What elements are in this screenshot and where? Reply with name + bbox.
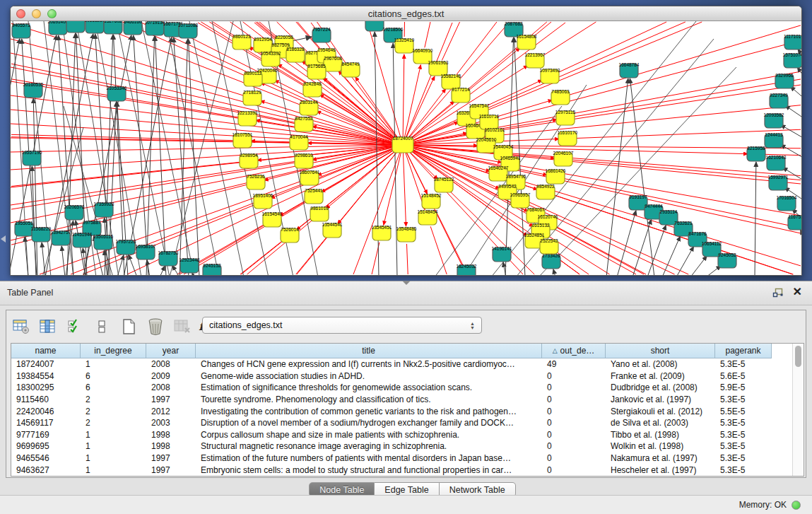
select-columns-icon[interactable]	[66, 317, 84, 336]
cell-in_degree[interactable]: 1	[81, 465, 146, 475]
node-table[interactable]: namein_degreeyeartitle△out_de…shortpager…	[11, 343, 804, 477]
network-window-titlebar[interactable]: citations_edges.txt	[11, 6, 801, 21]
cell-out_de[interactable]: 0	[542, 418, 606, 428]
column-header-out_de[interactable]: △out_de…	[542, 344, 606, 358]
cell-out_de[interactable]: 0	[542, 382, 606, 392]
table-row[interactable]: 1872400712008Changes of HCN gene express…	[11, 358, 804, 370]
cell-title[interactable]: Changes of HCN gene expression and I(f) …	[196, 359, 542, 369]
table-row[interactable]: 969969511998Structural magnetic resonanc…	[11, 440, 804, 452]
cell-short[interactable]: Dudbridge et al. (2008)	[606, 382, 715, 392]
cell-short[interactable]: Wolkin et al. (1998)	[606, 441, 715, 451]
cell-out_de[interactable]: 0	[542, 407, 606, 416]
table-row[interactable]: 946554611997Estimation of the future num…	[11, 452, 804, 465]
cell-out_de[interactable]: 0	[542, 371, 606, 381]
table-source-dropdown[interactable]: citations_edges.txt ▲▼	[202, 317, 482, 334]
cell-title[interactable]: Tourette syndrome. Phenomenology and cla…	[196, 395, 542, 404]
cell-pagerank[interactable]: 5.3E-5	[715, 359, 772, 369]
new-document-icon[interactable]	[119, 317, 138, 336]
cell-pagerank[interactable]: 5.3E-5	[715, 430, 772, 440]
table-row[interactable]: 1830029562008Estimation of significance …	[11, 382, 804, 394]
cell-year[interactable]: 2003	[146, 418, 196, 428]
cell-short[interactable]: Stergiakouli et al. (2012)	[606, 407, 715, 416]
cell-name[interactable]: 14569117	[11, 418, 81, 428]
cell-year[interactable]: 2008	[146, 382, 196, 392]
cell-in_degree[interactable]: 6	[81, 371, 146, 381]
cell-short[interactable]: Nakamura et al. (1997)	[606, 453, 715, 463]
column-header-title[interactable]: title	[196, 344, 542, 358]
cell-year[interactable]: 1997	[146, 453, 196, 463]
float-panel-icon[interactable]	[772, 287, 784, 298]
table-header-row[interactable]: namein_degreeyeartitle△out_de…shortpager…	[11, 344, 804, 358]
cell-name[interactable]: 9463627	[11, 465, 81, 475]
cell-name[interactable]: 18724007	[11, 359, 81, 369]
cell-in_degree[interactable]: 1	[81, 453, 146, 463]
cell-in_degree[interactable]: 1	[81, 359, 146, 369]
cell-title[interactable]: Genome-wide association studies in ADHD.	[196, 371, 542, 381]
cell-name[interactable]: 9465546	[11, 453, 81, 463]
citation-network-graph[interactable]: 9405573206914061869327410653287152760264…	[11, 21, 801, 275]
cell-in_degree[interactable]: 2	[81, 407, 146, 416]
cell-year[interactable]: 2012	[146, 407, 196, 416]
cell-pagerank[interactable]: 5.9E-5	[715, 382, 772, 392]
sort-ascending-icon[interactable]: △	[553, 347, 558, 354]
zoom-window-button[interactable]	[47, 9, 57, 18]
delete-table-icon[interactable]	[173, 317, 192, 336]
cell-short[interactable]: Tibbo et al. (1998)	[606, 430, 715, 440]
collapse-panel-arrow-icon[interactable]	[1, 235, 6, 243]
cell-year[interactable]: 2008	[146, 359, 196, 369]
cell-short[interactable]: Yano et al. (2008)	[606, 359, 715, 369]
cell-in_degree[interactable]: 2	[81, 418, 146, 428]
cell-in_degree[interactable]: 2	[81, 395, 146, 404]
minimize-window-button[interactable]	[32, 9, 41, 18]
cell-year[interactable]: 1998	[146, 441, 196, 451]
table-row[interactable]: 946362711997Embryonic stem cells: a mode…	[11, 464, 804, 476]
cell-in_degree[interactable]: 1	[81, 441, 146, 451]
cell-name[interactable]: 9699695	[11, 441, 81, 451]
cell-title[interactable]: Estimation of significance thresholds fo…	[196, 382, 542, 392]
cell-year[interactable]: 1997	[146, 465, 196, 475]
cell-title[interactable]: Estimation of the future numbers of pati…	[196, 453, 542, 463]
cell-in_degree[interactable]: 6	[81, 382, 146, 392]
table-row[interactable]: 1456911722003Disruption of a novel membe…	[11, 417, 804, 429]
cell-name[interactable]: 19384554	[11, 371, 81, 381]
table-row[interactable]: 2242004622012Investigating the contribut…	[11, 405, 804, 417]
cell-pagerank[interactable]: 5.3E-5	[715, 395, 772, 404]
cell-title[interactable]: Investigating the contribution of common…	[196, 407, 542, 416]
cell-pagerank[interactable]: 5.3E-5	[715, 465, 772, 475]
cell-in_degree[interactable]: 1	[81, 430, 146, 440]
close-panel-icon[interactable]: ✕	[793, 286, 802, 298]
row-height-icon[interactable]	[93, 317, 111, 336]
cell-out_de[interactable]: 0	[542, 453, 606, 463]
column-header-in_degree[interactable]: in_degree	[81, 344, 146, 358]
column-header-short[interactable]: short	[606, 344, 715, 358]
table-rows[interactable]: 1872400712008Changes of HCN gene express…	[11, 358, 804, 476]
cell-out_de[interactable]: 0	[542, 465, 606, 475]
scrollbar-thumb[interactable]	[795, 346, 801, 367]
table-settings-icon[interactable]	[12, 317, 30, 336]
table-row[interactable]: 977716911998Corpus callosum shape and si…	[11, 429, 804, 441]
cell-out_de[interactable]: 0	[542, 430, 606, 440]
cell-pagerank[interactable]: 5.6E-5	[715, 371, 772, 381]
network-canvas[interactable]: 9405573206914061869327410653287152760264…	[11, 21, 801, 275]
network-window[interactable]: citations_edges.txt 94055732069140618693…	[10, 6, 802, 276]
cell-name[interactable]: 22420046	[11, 407, 81, 416]
cell-pagerank[interactable]: 5.5E-5	[715, 407, 772, 416]
delete-trash-icon[interactable]	[146, 317, 165, 336]
vertical-scrollbar[interactable]	[792, 344, 804, 476]
cell-year[interactable]: 2009	[146, 371, 196, 381]
close-window-button[interactable]	[16, 9, 25, 18]
cell-short[interactable]: Franke et al. (2009)	[606, 371, 715, 381]
cell-name[interactable]: 9777169	[11, 430, 81, 440]
splitter-grip-icon[interactable]	[402, 281, 411, 285]
cell-year[interactable]: 1997	[146, 395, 196, 404]
cell-short[interactable]: Jankovic et al. (1997)	[606, 395, 715, 404]
cell-name[interactable]: 18300295	[11, 382, 81, 392]
column-header-year[interactable]: year	[146, 344, 196, 358]
show-column-icon[interactable]	[39, 317, 57, 336]
cell-out_de[interactable]: 0	[542, 395, 606, 404]
cell-title[interactable]: Corpus callosum shape and size in male p…	[196, 430, 542, 440]
cell-pagerank[interactable]: 5.3E-5	[715, 441, 772, 451]
cell-title[interactable]: Disruption of a novel member of a sodium…	[196, 418, 542, 428]
cell-pagerank[interactable]: 5.3E-5	[715, 453, 772, 463]
column-header-pagerank[interactable]: pagerank	[715, 344, 772, 358]
